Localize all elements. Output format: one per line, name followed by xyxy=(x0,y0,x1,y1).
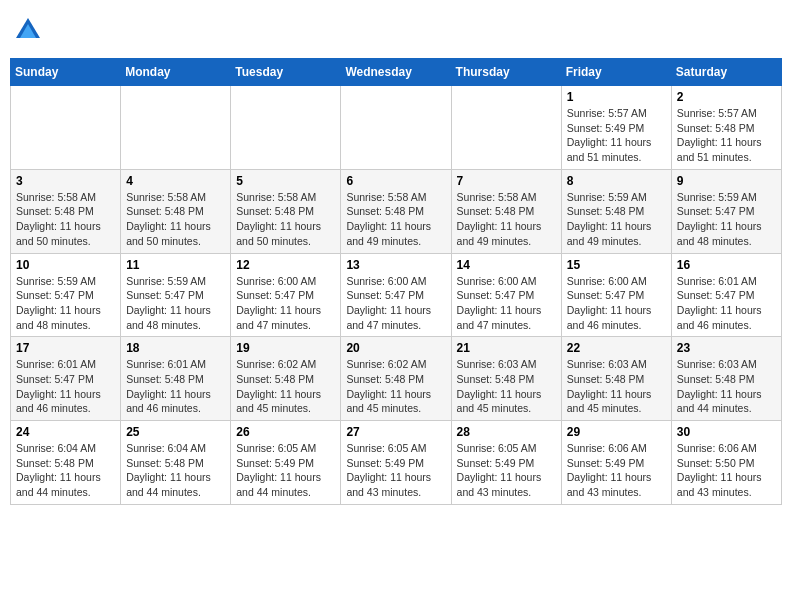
calendar-cell: 1Sunrise: 5:57 AMSunset: 5:49 PMDaylight… xyxy=(561,86,671,170)
day-info: Sunrise: 6:01 AMSunset: 5:47 PMDaylight:… xyxy=(16,357,115,416)
day-info: Sunrise: 6:00 AMSunset: 5:47 PMDaylight:… xyxy=(457,274,556,333)
day-info: Sunrise: 5:58 AMSunset: 5:48 PMDaylight:… xyxy=(236,190,335,249)
day-number: 17 xyxy=(16,341,115,355)
calendar-cell: 25Sunrise: 6:04 AMSunset: 5:48 PMDayligh… xyxy=(121,421,231,505)
day-info: Sunrise: 5:58 AMSunset: 5:48 PMDaylight:… xyxy=(457,190,556,249)
day-number: 26 xyxy=(236,425,335,439)
day-info: Sunrise: 5:58 AMSunset: 5:48 PMDaylight:… xyxy=(16,190,115,249)
day-info: Sunrise: 6:05 AMSunset: 5:49 PMDaylight:… xyxy=(346,441,445,500)
calendar-cell: 30Sunrise: 6:06 AMSunset: 5:50 PMDayligh… xyxy=(671,421,781,505)
week-row-5: 24Sunrise: 6:04 AMSunset: 5:48 PMDayligh… xyxy=(11,421,782,505)
calendar-cell: 15Sunrise: 6:00 AMSunset: 5:47 PMDayligh… xyxy=(561,253,671,337)
day-number: 20 xyxy=(346,341,445,355)
day-info: Sunrise: 6:04 AMSunset: 5:48 PMDaylight:… xyxy=(16,441,115,500)
day-number: 25 xyxy=(126,425,225,439)
page-header xyxy=(10,10,782,50)
day-number: 18 xyxy=(126,341,225,355)
calendar-cell: 14Sunrise: 6:00 AMSunset: 5:47 PMDayligh… xyxy=(451,253,561,337)
day-number: 4 xyxy=(126,174,225,188)
calendar-cell: 12Sunrise: 6:00 AMSunset: 5:47 PMDayligh… xyxy=(231,253,341,337)
calendar-cell: 16Sunrise: 6:01 AMSunset: 5:47 PMDayligh… xyxy=(671,253,781,337)
day-info: Sunrise: 6:06 AMSunset: 5:50 PMDaylight:… xyxy=(677,441,776,500)
calendar-cell xyxy=(341,86,451,170)
day-info: Sunrise: 5:59 AMSunset: 5:47 PMDaylight:… xyxy=(16,274,115,333)
calendar-body: 1Sunrise: 5:57 AMSunset: 5:49 PMDaylight… xyxy=(11,86,782,505)
calendar-cell: 20Sunrise: 6:02 AMSunset: 5:48 PMDayligh… xyxy=(341,337,451,421)
day-number: 8 xyxy=(567,174,666,188)
day-number: 15 xyxy=(567,258,666,272)
header-row: SundayMondayTuesdayWednesdayThursdayFrid… xyxy=(11,59,782,86)
calendar-cell: 28Sunrise: 6:05 AMSunset: 5:49 PMDayligh… xyxy=(451,421,561,505)
calendar-cell: 24Sunrise: 6:04 AMSunset: 5:48 PMDayligh… xyxy=(11,421,121,505)
day-number: 28 xyxy=(457,425,556,439)
day-info: Sunrise: 6:02 AMSunset: 5:48 PMDaylight:… xyxy=(346,357,445,416)
calendar-cell: 19Sunrise: 6:02 AMSunset: 5:48 PMDayligh… xyxy=(231,337,341,421)
day-number: 16 xyxy=(677,258,776,272)
header-day-thursday: Thursday xyxy=(451,59,561,86)
calendar-cell: 9Sunrise: 5:59 AMSunset: 5:47 PMDaylight… xyxy=(671,169,781,253)
day-info: Sunrise: 5:59 AMSunset: 5:47 PMDaylight:… xyxy=(126,274,225,333)
calendar-cell: 23Sunrise: 6:03 AMSunset: 5:48 PMDayligh… xyxy=(671,337,781,421)
calendar-cell: 10Sunrise: 5:59 AMSunset: 5:47 PMDayligh… xyxy=(11,253,121,337)
day-info: Sunrise: 5:57 AMSunset: 5:48 PMDaylight:… xyxy=(677,106,776,165)
header-day-sunday: Sunday xyxy=(11,59,121,86)
calendar-cell: 5Sunrise: 5:58 AMSunset: 5:48 PMDaylight… xyxy=(231,169,341,253)
day-info: Sunrise: 5:59 AMSunset: 5:47 PMDaylight:… xyxy=(677,190,776,249)
header-day-wednesday: Wednesday xyxy=(341,59,451,86)
logo xyxy=(14,16,46,44)
day-number: 13 xyxy=(346,258,445,272)
calendar-cell: 17Sunrise: 6:01 AMSunset: 5:47 PMDayligh… xyxy=(11,337,121,421)
day-info: Sunrise: 5:58 AMSunset: 5:48 PMDaylight:… xyxy=(346,190,445,249)
header-day-friday: Friday xyxy=(561,59,671,86)
header-day-saturday: Saturday xyxy=(671,59,781,86)
calendar-cell: 4Sunrise: 5:58 AMSunset: 5:48 PMDaylight… xyxy=(121,169,231,253)
day-number: 3 xyxy=(16,174,115,188)
day-number: 10 xyxy=(16,258,115,272)
day-info: Sunrise: 5:58 AMSunset: 5:48 PMDaylight:… xyxy=(126,190,225,249)
day-info: Sunrise: 6:04 AMSunset: 5:48 PMDaylight:… xyxy=(126,441,225,500)
calendar-cell: 3Sunrise: 5:58 AMSunset: 5:48 PMDaylight… xyxy=(11,169,121,253)
day-info: Sunrise: 6:03 AMSunset: 5:48 PMDaylight:… xyxy=(567,357,666,416)
calendar-cell: 22Sunrise: 6:03 AMSunset: 5:48 PMDayligh… xyxy=(561,337,671,421)
calendar-cell: 7Sunrise: 5:58 AMSunset: 5:48 PMDaylight… xyxy=(451,169,561,253)
day-info: Sunrise: 6:01 AMSunset: 5:47 PMDaylight:… xyxy=(677,274,776,333)
day-number: 27 xyxy=(346,425,445,439)
calendar-cell xyxy=(121,86,231,170)
day-info: Sunrise: 6:05 AMSunset: 5:49 PMDaylight:… xyxy=(236,441,335,500)
logo-icon xyxy=(14,16,42,44)
week-row-4: 17Sunrise: 6:01 AMSunset: 5:47 PMDayligh… xyxy=(11,337,782,421)
day-number: 30 xyxy=(677,425,776,439)
calendar-cell: 13Sunrise: 6:00 AMSunset: 5:47 PMDayligh… xyxy=(341,253,451,337)
day-info: Sunrise: 6:03 AMSunset: 5:48 PMDaylight:… xyxy=(457,357,556,416)
calendar-cell: 21Sunrise: 6:03 AMSunset: 5:48 PMDayligh… xyxy=(451,337,561,421)
day-number: 5 xyxy=(236,174,335,188)
day-info: Sunrise: 6:03 AMSunset: 5:48 PMDaylight:… xyxy=(677,357,776,416)
day-number: 6 xyxy=(346,174,445,188)
calendar-header: SundayMondayTuesdayWednesdayThursdayFrid… xyxy=(11,59,782,86)
calendar-cell: 29Sunrise: 6:06 AMSunset: 5:49 PMDayligh… xyxy=(561,421,671,505)
day-info: Sunrise: 6:06 AMSunset: 5:49 PMDaylight:… xyxy=(567,441,666,500)
day-number: 21 xyxy=(457,341,556,355)
day-number: 23 xyxy=(677,341,776,355)
day-info: Sunrise: 6:00 AMSunset: 5:47 PMDaylight:… xyxy=(346,274,445,333)
calendar-cell xyxy=(451,86,561,170)
day-info: Sunrise: 6:00 AMSunset: 5:47 PMDaylight:… xyxy=(236,274,335,333)
calendar-table: SundayMondayTuesdayWednesdayThursdayFrid… xyxy=(10,58,782,505)
day-info: Sunrise: 6:00 AMSunset: 5:47 PMDaylight:… xyxy=(567,274,666,333)
day-number: 29 xyxy=(567,425,666,439)
calendar-cell: 26Sunrise: 6:05 AMSunset: 5:49 PMDayligh… xyxy=(231,421,341,505)
header-day-tuesday: Tuesday xyxy=(231,59,341,86)
header-day-monday: Monday xyxy=(121,59,231,86)
day-info: Sunrise: 6:02 AMSunset: 5:48 PMDaylight:… xyxy=(236,357,335,416)
day-number: 22 xyxy=(567,341,666,355)
day-info: Sunrise: 6:05 AMSunset: 5:49 PMDaylight:… xyxy=(457,441,556,500)
calendar-cell: 8Sunrise: 5:59 AMSunset: 5:48 PMDaylight… xyxy=(561,169,671,253)
week-row-1: 1Sunrise: 5:57 AMSunset: 5:49 PMDaylight… xyxy=(11,86,782,170)
day-number: 1 xyxy=(567,90,666,104)
calendar-cell xyxy=(231,86,341,170)
day-number: 7 xyxy=(457,174,556,188)
day-info: Sunrise: 6:01 AMSunset: 5:48 PMDaylight:… xyxy=(126,357,225,416)
day-number: 19 xyxy=(236,341,335,355)
calendar-cell: 11Sunrise: 5:59 AMSunset: 5:47 PMDayligh… xyxy=(121,253,231,337)
day-number: 9 xyxy=(677,174,776,188)
